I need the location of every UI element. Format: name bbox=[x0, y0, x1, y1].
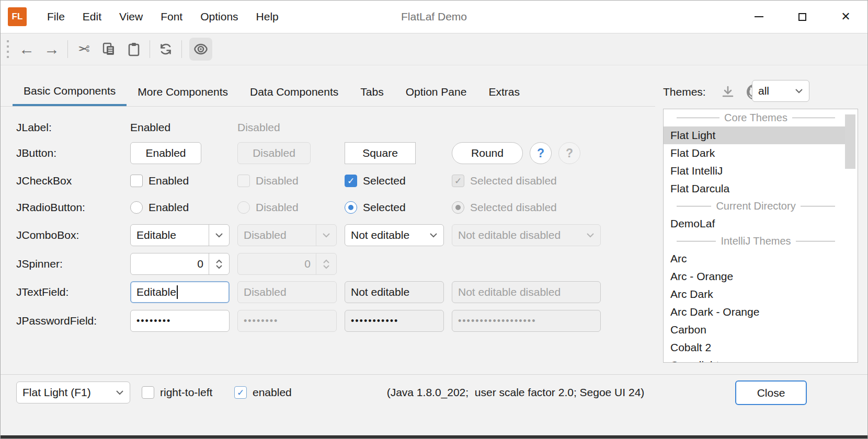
theme-item-cyan-light[interactable]: Cyan light bbox=[664, 356, 851, 363]
jspinner-disabled: 0 bbox=[237, 253, 337, 275]
jtextfield-row: JTextField: Editable Disabled Not editab… bbox=[16, 278, 623, 306]
themes-filter-combo[interactable]: all bbox=[752, 80, 809, 102]
jradiobutton-selected-label: Selected bbox=[363, 201, 406, 214]
theme-item-demolaf[interactable]: DemoLaf bbox=[664, 215, 851, 233]
jbutton-round[interactable]: Round bbox=[452, 142, 523, 164]
checkbox-icon[interactable] bbox=[130, 175, 143, 187]
download-theme-button[interactable] bbox=[721, 85, 735, 99]
jspinner-enabled[interactable]: 0 bbox=[130, 253, 230, 275]
jcheckbox-enabled[interactable]: Enabled bbox=[130, 167, 230, 195]
chevron-up-icon[interactable] bbox=[215, 259, 223, 263]
jbutton-row: JButton: Enabled Disabled Square Round ?… bbox=[16, 139, 623, 167]
tab-data-components[interactable]: Data Components bbox=[239, 78, 349, 106]
themes-label: Themes: bbox=[663, 86, 706, 98]
textfield-value: Not editable bbox=[351, 286, 409, 298]
combo-value[interactable]: Not editable bbox=[345, 229, 424, 241]
password-value[interactable]: •••••••• bbox=[136, 316, 171, 327]
jcombobox-not-editable[interactable]: Not editable bbox=[345, 224, 444, 246]
close-button[interactable]: ✕ bbox=[824, 1, 867, 33]
themes-list[interactable]: Core Themes Flat Light Flat Dark Flat In… bbox=[663, 109, 858, 363]
jpasswordfield-disabled: •••••••• bbox=[237, 310, 337, 332]
theme-item-cobalt-2[interactable]: Cobalt 2 bbox=[664, 339, 851, 356]
jradiobutton-enabled[interactable]: Enabled bbox=[130, 193, 230, 222]
menu-help[interactable]: Help bbox=[247, 1, 288, 33]
spinner-value[interactable]: 0 bbox=[131, 258, 209, 270]
jcombobox-row: JComboBox: Editable Disabled Not editabl… bbox=[16, 221, 623, 249]
copy-button[interactable] bbox=[96, 38, 121, 61]
jcombobox-editable[interactable]: Editable bbox=[130, 224, 230, 246]
theme-item-arc[interactable]: Arc bbox=[664, 250, 851, 268]
tab-tabs[interactable]: Tabs bbox=[349, 78, 394, 106]
jradiobutton-selected[interactable]: Selected bbox=[345, 193, 444, 222]
radio-icon[interactable] bbox=[130, 201, 143, 214]
menu-edit[interactable]: Edit bbox=[74, 1, 110, 33]
theme-item-arc-orange[interactable]: Arc - Orange bbox=[664, 268, 851, 285]
theme-item-flat-light[interactable]: Flat Light bbox=[664, 126, 851, 144]
jtextfield-not-editable[interactable]: Not editable bbox=[345, 281, 444, 303]
jbutton-enabled[interactable]: Enabled bbox=[130, 142, 201, 164]
chevron-down-icon[interactable] bbox=[209, 225, 229, 246]
toolbar-grip[interactable] bbox=[7, 40, 9, 58]
paste-button[interactable] bbox=[121, 38, 146, 61]
maximize-button[interactable] bbox=[781, 1, 824, 33]
jcheckbox-selected[interactable]: ✓Selected bbox=[345, 167, 444, 195]
window-controls: ✕ bbox=[737, 1, 867, 33]
jbutton-help[interactable]: ? bbox=[530, 142, 552, 164]
jpasswordfield-editable[interactable]: •••••••• bbox=[130, 310, 230, 332]
toolbar-separator bbox=[181, 40, 182, 58]
forward-button[interactable]: → bbox=[39, 38, 64, 61]
radio-selected-icon[interactable] bbox=[345, 201, 357, 214]
checkbox-checked-icon[interactable]: ✓ bbox=[345, 175, 357, 187]
jcombobox-disabled: Disabled bbox=[237, 224, 337, 246]
jbutton-disabled: Disabled bbox=[237, 142, 311, 164]
textfield-value[interactable]: Editable bbox=[136, 286, 176, 298]
password-value: •••••••• bbox=[244, 316, 278, 327]
chevron-down-icon bbox=[316, 225, 336, 246]
jradiobutton-row: JRadioButton: Enabled Disabled Selected … bbox=[16, 193, 623, 222]
tab-extras[interactable]: Extras bbox=[477, 78, 531, 106]
minimize-button[interactable] bbox=[737, 1, 781, 33]
jtextfield-row-label: JTextField: bbox=[16, 278, 126, 306]
checkbox-checked-icon: ✓ bbox=[452, 175, 464, 187]
menu-options[interactable]: Options bbox=[191, 1, 247, 33]
tab-more-components[interactable]: More Components bbox=[127, 78, 239, 106]
theme-item-arc-dark[interactable]: Arc Dark bbox=[664, 285, 851, 303]
checkbox-icon[interactable] bbox=[142, 386, 154, 399]
chevron-down-icon[interactable] bbox=[424, 225, 443, 246]
theme-item-flat-darcula[interactable]: Flat Darcula bbox=[664, 180, 851, 198]
tab-option-pane[interactable]: Option Pane bbox=[395, 78, 478, 106]
cut-button[interactable]: ✂ bbox=[71, 38, 96, 61]
menu-file[interactable]: File bbox=[38, 1, 74, 33]
checkbox-checked-icon[interactable]: ✓ bbox=[234, 386, 247, 399]
jradiobutton-disabled: Disabled bbox=[237, 193, 337, 222]
theme-item-carbon[interactable]: Carbon bbox=[664, 321, 851, 339]
combo-value[interactable]: all bbox=[752, 85, 789, 97]
close-dialog-button[interactable]: Close bbox=[735, 380, 807, 405]
laf-selector-combo[interactable]: Flat Light (F1) bbox=[16, 382, 130, 403]
forward-arrow-icon: → bbox=[44, 41, 60, 57]
menu-view[interactable]: View bbox=[110, 1, 152, 33]
combo-value[interactable]: Editable bbox=[131, 229, 209, 241]
combo-value[interactable]: Flat Light (F1) bbox=[17, 386, 110, 399]
chevron-down-icon[interactable] bbox=[110, 382, 130, 403]
theme-item-flat-dark[interactable]: Flat Dark bbox=[664, 144, 851, 162]
menu-font[interactable]: Font bbox=[152, 1, 191, 33]
theme-item-flat-intellij[interactable]: Flat IntelliJ bbox=[664, 162, 851, 180]
theme-item-arc-dark-orange[interactable]: Arc Dark - Orange bbox=[664, 303, 851, 321]
spinner-arrows[interactable] bbox=[209, 253, 229, 274]
eye-icon bbox=[193, 41, 209, 57]
show-hover-effects-toggle[interactable] bbox=[189, 38, 212, 61]
refresh-button[interactable] bbox=[153, 38, 178, 61]
chevron-down-icon[interactable] bbox=[215, 265, 223, 269]
jbutton-square[interactable]: Square bbox=[345, 142, 416, 164]
chevron-down-icon[interactable] bbox=[789, 80, 809, 101]
enabled-checkbox[interactable]: ✓enabled bbox=[234, 382, 292, 403]
right-to-left-checkbox[interactable]: right-to-left bbox=[142, 382, 212, 403]
basic-components-panel: JLabel: Enabled Disabled JButton: Enable… bbox=[16, 106, 623, 374]
toolbar: ← → ✂ bbox=[1, 33, 867, 65]
themes-scrollbar-thumb[interactable] bbox=[845, 114, 855, 169]
back-button[interactable]: ← bbox=[14, 38, 39, 61]
jtextfield-editable[interactable]: Editable bbox=[130, 281, 230, 303]
jpasswordfield-not-editable[interactable]: ••••••••••• bbox=[345, 310, 444, 332]
tab-basic-components[interactable]: Basic Components bbox=[13, 78, 127, 106]
